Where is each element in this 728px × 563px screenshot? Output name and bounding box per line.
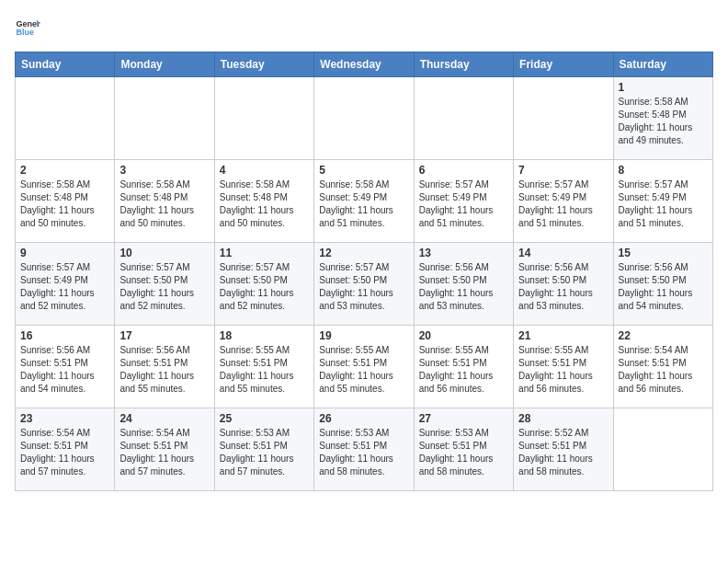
day-number: 2: [20, 164, 109, 177]
calendar-cell: 10Sunrise: 5:57 AM Sunset: 5:50 PM Dayli…: [115, 243, 214, 326]
day-number: 25: [220, 412, 309, 425]
calendar-cell: 28Sunrise: 5:52 AM Sunset: 5:51 PM Dayli…: [514, 408, 613, 491]
calendar-cell: 9Sunrise: 5:57 AM Sunset: 5:49 PM Daylig…: [16, 243, 115, 326]
calendar-cell: 3Sunrise: 5:58 AM Sunset: 5:48 PM Daylig…: [115, 160, 214, 243]
day-number: 27: [419, 412, 508, 425]
calendar-cell: [115, 77, 214, 160]
weekday-header-row: SundayMondayTuesdayWednesdayThursdayFrid…: [16, 52, 713, 77]
calendar-cell: [16, 77, 115, 160]
day-info: Sunrise: 5:54 AM Sunset: 5:51 PM Dayligh…: [20, 427, 109, 478]
calendar-cell: 7Sunrise: 5:57 AM Sunset: 5:49 PM Daylig…: [514, 160, 613, 243]
calendar-cell: 4Sunrise: 5:58 AM Sunset: 5:48 PM Daylig…: [214, 160, 313, 243]
calendar-cell: 20Sunrise: 5:55 AM Sunset: 5:51 PM Dayli…: [414, 326, 513, 408]
logo: General Blue: [15, 15, 40, 40]
day-number: 6: [419, 164, 508, 177]
day-info: Sunrise: 5:58 AM Sunset: 5:48 PM Dayligh…: [619, 96, 708, 147]
day-info: Sunrise: 5:54 AM Sunset: 5:51 PM Dayligh…: [119, 427, 209, 478]
day-number: 12: [319, 247, 408, 259]
day-info: Sunrise: 5:57 AM Sunset: 5:50 PM Dayligh…: [220, 261, 309, 313]
calendar-cell: 1Sunrise: 5:58 AM Sunset: 5:48 PM Daylig…: [613, 77, 712, 160]
calendar-week-row: 23Sunrise: 5:54 AM Sunset: 5:51 PM Dayli…: [16, 408, 713, 491]
weekday-header-monday: Monday: [115, 52, 214, 77]
day-number: 11: [220, 247, 309, 259]
svg-text:Blue: Blue: [16, 28, 34, 37]
calendar-cell: 16Sunrise: 5:56 AM Sunset: 5:51 PM Dayli…: [16, 326, 115, 408]
day-info: Sunrise: 5:57 AM Sunset: 5:49 PM Dayligh…: [419, 178, 508, 230]
day-number: 13: [419, 247, 508, 259]
day-info: Sunrise: 5:53 AM Sunset: 5:51 PM Dayligh…: [319, 427, 408, 478]
day-number: 28: [518, 412, 608, 425]
calendar-week-row: 9Sunrise: 5:57 AM Sunset: 5:49 PM Daylig…: [16, 243, 713, 326]
day-info: Sunrise: 5:57 AM Sunset: 5:49 PM Dayligh…: [518, 178, 608, 230]
day-number: 1: [619, 81, 708, 94]
day-number: 7: [518, 164, 608, 177]
day-info: Sunrise: 5:58 AM Sunset: 5:49 PM Dayligh…: [319, 178, 408, 230]
day-info: Sunrise: 5:57 AM Sunset: 5:50 PM Dayligh…: [119, 261, 209, 313]
calendar-week-row: 16Sunrise: 5:56 AM Sunset: 5:51 PM Dayli…: [16, 326, 713, 408]
weekday-header-wednesday: Wednesday: [314, 52, 414, 77]
day-info: Sunrise: 5:53 AM Sunset: 5:51 PM Dayligh…: [419, 427, 508, 478]
day-number: 10: [119, 247, 209, 259]
day-info: Sunrise: 5:57 AM Sunset: 5:49 PM Dayligh…: [619, 178, 708, 230]
day-number: 3: [119, 164, 209, 177]
day-info: Sunrise: 5:56 AM Sunset: 5:50 PM Dayligh…: [619, 261, 708, 313]
calendar-cell: 27Sunrise: 5:53 AM Sunset: 5:51 PM Dayli…: [414, 408, 513, 491]
calendar-cell: [314, 77, 414, 160]
day-number: 22: [619, 329, 708, 342]
day-number: 26: [319, 412, 408, 425]
calendar-cell: 18Sunrise: 5:55 AM Sunset: 5:51 PM Dayli…: [214, 326, 313, 408]
calendar-cell: 11Sunrise: 5:57 AM Sunset: 5:50 PM Dayli…: [214, 243, 313, 326]
day-number: 5: [319, 164, 408, 177]
calendar-cell: 8Sunrise: 5:57 AM Sunset: 5:49 PM Daylig…: [613, 160, 712, 243]
day-number: 4: [220, 164, 309, 177]
day-info: Sunrise: 5:56 AM Sunset: 5:50 PM Dayligh…: [518, 261, 608, 313]
day-info: Sunrise: 5:54 AM Sunset: 5:51 PM Dayligh…: [619, 344, 708, 396]
day-number: 20: [419, 329, 508, 342]
day-info: Sunrise: 5:52 AM Sunset: 5:51 PM Dayligh…: [518, 427, 608, 478]
day-number: 8: [619, 164, 708, 177]
calendar-table: SundayMondayTuesdayWednesdayThursdayFrid…: [15, 52, 713, 491]
calendar-week-row: 2Sunrise: 5:58 AM Sunset: 5:48 PM Daylig…: [16, 160, 713, 243]
calendar-cell: 6Sunrise: 5:57 AM Sunset: 5:49 PM Daylig…: [414, 160, 513, 243]
day-info: Sunrise: 5:55 AM Sunset: 5:51 PM Dayligh…: [419, 344, 508, 396]
calendar-cell: 23Sunrise: 5:54 AM Sunset: 5:51 PM Dayli…: [16, 408, 115, 491]
logo-icon: General Blue: [15, 15, 40, 40]
day-info: Sunrise: 5:56 AM Sunset: 5:50 PM Dayligh…: [419, 261, 508, 313]
calendar-cell: [514, 77, 613, 160]
day-info: Sunrise: 5:55 AM Sunset: 5:51 PM Dayligh…: [518, 344, 608, 396]
weekday-header-sunday: Sunday: [16, 52, 115, 77]
day-number: 15: [619, 247, 708, 259]
calendar-cell: 22Sunrise: 5:54 AM Sunset: 5:51 PM Dayli…: [613, 326, 712, 408]
weekday-header-thursday: Thursday: [414, 52, 513, 77]
calendar-cell: 12Sunrise: 5:57 AM Sunset: 5:50 PM Dayli…: [314, 243, 414, 326]
day-info: Sunrise: 5:58 AM Sunset: 5:48 PM Dayligh…: [119, 178, 209, 230]
day-info: Sunrise: 5:58 AM Sunset: 5:48 PM Dayligh…: [220, 178, 309, 230]
day-info: Sunrise: 5:53 AM Sunset: 5:51 PM Dayligh…: [220, 427, 309, 478]
page-header: General Blue: [15, 15, 713, 40]
calendar-week-row: 1Sunrise: 5:58 AM Sunset: 5:48 PM Daylig…: [16, 77, 713, 160]
day-number: 18: [220, 329, 309, 342]
calendar-cell: 2Sunrise: 5:58 AM Sunset: 5:48 PM Daylig…: [16, 160, 115, 243]
day-number: 17: [119, 329, 209, 342]
calendar-cell: 21Sunrise: 5:55 AM Sunset: 5:51 PM Dayli…: [514, 326, 613, 408]
day-number: 23: [20, 412, 109, 425]
calendar-cell: 19Sunrise: 5:55 AM Sunset: 5:51 PM Dayli…: [314, 326, 414, 408]
day-info: Sunrise: 5:56 AM Sunset: 5:51 PM Dayligh…: [20, 344, 109, 396]
weekday-header-friday: Friday: [514, 52, 613, 77]
day-info: Sunrise: 5:57 AM Sunset: 5:49 PM Dayligh…: [20, 261, 109, 313]
calendar-cell: [613, 408, 712, 491]
day-number: 9: [20, 247, 109, 259]
weekday-header-tuesday: Tuesday: [214, 52, 313, 77]
calendar-cell: 25Sunrise: 5:53 AM Sunset: 5:51 PM Dayli…: [214, 408, 313, 491]
day-info: Sunrise: 5:55 AM Sunset: 5:51 PM Dayligh…: [319, 344, 408, 396]
weekday-header-saturday: Saturday: [613, 52, 712, 77]
day-info: Sunrise: 5:55 AM Sunset: 5:51 PM Dayligh…: [220, 344, 309, 396]
calendar-cell: 5Sunrise: 5:58 AM Sunset: 5:49 PM Daylig…: [314, 160, 414, 243]
calendar-cell: [214, 77, 313, 160]
calendar-cell: 24Sunrise: 5:54 AM Sunset: 5:51 PM Dayli…: [115, 408, 214, 491]
calendar-cell: 15Sunrise: 5:56 AM Sunset: 5:50 PM Dayli…: [613, 243, 712, 326]
calendar-cell: [414, 77, 513, 160]
day-number: 16: [20, 329, 109, 342]
calendar-cell: 13Sunrise: 5:56 AM Sunset: 5:50 PM Dayli…: [414, 243, 513, 326]
day-info: Sunrise: 5:56 AM Sunset: 5:51 PM Dayligh…: [119, 344, 209, 396]
